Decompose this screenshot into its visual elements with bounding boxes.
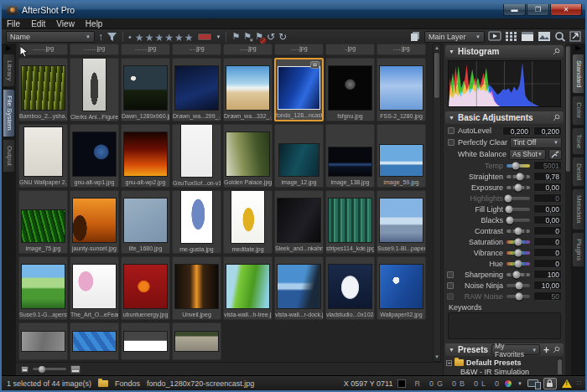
thumbnail-cell[interactable]: stripes114_kde.jpg	[325, 190, 375, 254]
star-icon[interactable]: ★	[145, 32, 155, 44]
color-management-icon[interactable]	[504, 379, 512, 388]
thumbnail-cell[interactable]: gnu-alt-wp1.jpg	[70, 124, 119, 188]
fill-light-slider[interactable]	[506, 208, 530, 211]
slider-knob[interactable]	[505, 205, 512, 213]
thumbnail-cell[interactable]: Golden Palace.jpg	[223, 124, 273, 188]
resize-grip[interactable]: ∷	[577, 379, 580, 387]
slider-knob[interactable]	[515, 260, 522, 267]
keywords-input[interactable]	[448, 312, 561, 339]
sort-direction-button[interactable]: ↑	[98, 31, 103, 43]
single-view-icon[interactable]	[521, 31, 534, 42]
color-label-chevron-icon[interactable]: ▼	[216, 34, 221, 39]
star-icon[interactable]: ★	[154, 32, 164, 44]
small-thumbnail-icon[interactable]	[21, 366, 29, 373]
autolevel-high-value[interactable]: 0,200	[533, 126, 562, 136]
tab-metadata[interactable]: Metadata	[572, 188, 584, 230]
thumbnail-cell[interactable]: …….jpg	[18, 44, 68, 55]
scroll-down-icon[interactable]: ▼	[434, 353, 439, 361]
slider-knob[interactable]	[512, 162, 520, 169]
saturation-slider[interactable]	[506, 240, 530, 244]
autolevel-checkbox[interactable]	[448, 127, 455, 134]
thumbnail-cell[interactable]: Dawn_1280x960.jpg	[121, 58, 170, 121]
slider-knob[interactable]	[506, 216, 513, 224]
color-label-swatch[interactable]	[197, 33, 212, 41]
thumbnail-cell[interactable]: Drawn_wa...332_.jpg	[223, 58, 273, 121]
saturation-value[interactable]: 0	[533, 237, 562, 246]
thumbnail-cell[interactable]: Drawn_wa...299_.jpg	[172, 58, 221, 121]
collapse-left-panel-icon[interactable]: ▶	[6, 44, 12, 52]
star-icon[interactable]: ★	[164, 32, 174, 44]
raw-noise-value[interactable]: 50	[533, 291, 562, 301]
presets-header[interactable]: ▼ Presets My Favorites ▼ +	[445, 343, 564, 356]
thumbnail-cell[interactable]: vladstudio...0x1024.jpg	[325, 256, 375, 320]
thumbnail-cell[interactable]: Wallpaper02.jpg	[377, 256, 426, 320]
large-thumbnail-icon[interactable]	[70, 365, 81, 374]
star-icon[interactable]: ★	[184, 32, 195, 44]
dual-display-icon[interactable]	[527, 379, 538, 387]
blacks-value[interactable]: 0,00	[533, 215, 562, 224]
maximize-button[interactable]: ❐	[527, 4, 549, 16]
exposure-value[interactable]: 0,00	[533, 183, 562, 192]
slider-knob[interactable]	[515, 227, 522, 235]
add-preset-button[interactable]: +	[543, 345, 549, 355]
vibrance-value[interactable]: 0	[533, 248, 562, 257]
slider-knob[interactable]	[515, 238, 522, 245]
hue-slider[interactable]	[506, 262, 530, 266]
menu-help[interactable]: Help	[86, 19, 103, 28]
thumbnail-cell[interactable]: ..jpg	[325, 44, 375, 55]
magnifier-icon[interactable]	[554, 31, 566, 42]
slider-knob[interactable]	[515, 183, 522, 191]
thumbnail-size-slider[interactable]	[33, 368, 66, 370]
rotate-left-icon[interactable]: ↺	[267, 31, 275, 43]
slider-knob[interactable]	[512, 271, 520, 278]
rating-none-icon[interactable]: •	[128, 32, 132, 42]
sharpening-value[interactable]: 100	[533, 270, 562, 279]
thumbnail-cell[interactable]: …..jpg	[223, 44, 273, 55]
presets-collection-dropdown[interactable]: My Favorites ▼	[491, 344, 540, 355]
rotate-right-icon[interactable]: ↻	[278, 31, 287, 43]
thumbnail-cell[interactable]: Suse9.1-Bl...papers.jpg	[377, 190, 426, 254]
slider-knob[interactable]	[515, 249, 522, 256]
perfectly-clear-checkbox[interactable]	[448, 139, 455, 146]
straighten-value[interactable]: 9,78	[533, 172, 562, 181]
right-panel-scrollbar[interactable]	[565, 44, 571, 375]
highlights-slider[interactable]	[506, 197, 530, 200]
slideshow-icon[interactable]	[488, 31, 501, 42]
thumbnail-size-knob[interactable]	[39, 366, 45, 373]
thumbnail-cell[interactable]: image_138.jpg	[325, 124, 375, 188]
layer-dropdown[interactable]: Main Layer ▼	[424, 31, 485, 43]
sort-dropdown[interactable]: Name ▼	[6, 31, 95, 43]
thumbnail-cell[interactable]: …….jpg	[70, 44, 119, 55]
fill-light-value[interactable]: 0,00	[533, 204, 562, 214]
contrast-value[interactable]: 0	[533, 226, 562, 235]
thumbnail-cell[interactable]	[172, 322, 221, 360]
menu-view[interactable]: View	[56, 19, 75, 28]
eyedropper-icon[interactable]	[548, 149, 562, 160]
fullscreen-icon[interactable]	[569, 31, 581, 42]
exposure-slider[interactable]	[506, 186, 530, 189]
thumbnail-cell[interactable]: Unveil.jpeg	[172, 256, 221, 320]
scrollbar-thumb[interactable]	[434, 52, 440, 99]
thumbnail-cell[interactable]	[18, 322, 68, 360]
thumbnail-cell[interactable]: image_75.jpg	[18, 190, 68, 254]
thumbnail-cell[interactable]: Clerks Ani...Figure.jpg	[70, 58, 119, 121]
layers-icon[interactable]	[409, 31, 421, 42]
title-bar[interactable]: AfterShot Pro ▬ ❐ ✕	[2, 2, 585, 18]
thumbnail-cell[interactable]: The_Art_O...eFear.jpg	[70, 256, 119, 320]
thumbnail-cell[interactable]: Bamboo_2...ysha.jpg	[18, 58, 68, 121]
temp-slider[interactable]	[506, 164, 530, 168]
thumbnail-cell[interactable]: Sleek_and...nkahn.jpg	[274, 190, 324, 254]
basic-adjustments-header[interactable]: ▼ Basic Adjustments	[445, 111, 564, 124]
scroll-up-icon[interactable]: ▲	[434, 44, 439, 52]
pin-icon[interactable]	[553, 48, 560, 55]
minimize-button[interactable]: ▬	[503, 4, 526, 16]
collapse-folder-icon[interactable]: −	[446, 360, 452, 366]
thumbnail-cell[interactable]	[121, 322, 170, 360]
thumbnail-cell[interactable]: jaunty-sunset.jpg	[70, 190, 119, 254]
thumbnail-cell[interactable]: …..jpg	[274, 44, 324, 55]
tab-tone[interactable]: Tone	[572, 127, 584, 155]
flag-reject-icon[interactable]: ⚑	[255, 31, 263, 42]
thumbnail-cell[interactable]: vista-wall...r-dock.jpg	[274, 256, 324, 320]
thumbnail-cell[interactable]: vista-wall...h-tree.jpg	[223, 256, 273, 320]
tab-file-system[interactable]: File System	[3, 89, 15, 137]
